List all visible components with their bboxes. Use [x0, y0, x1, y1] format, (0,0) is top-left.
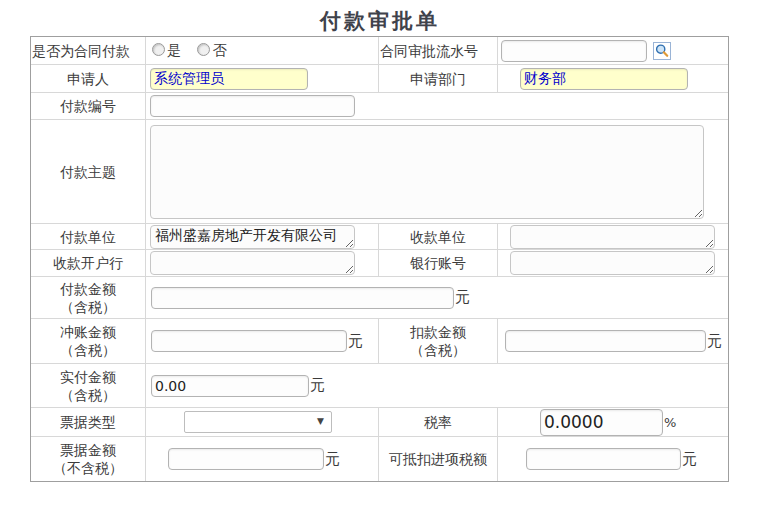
- tax-rate-label: 税率: [379, 408, 498, 437]
- payment-amount-cell: 元: [146, 277, 729, 319]
- actual-amount-label-line1: 实付金额: [31, 368, 145, 386]
- payment-no-cell: [146, 93, 729, 120]
- offset-amount-unit: 元: [348, 332, 363, 350]
- payee-bank-cell: [146, 250, 379, 277]
- radio-yes-icon[interactable]: [152, 43, 165, 56]
- payment-amount-label: 付款金额 （含税）: [31, 277, 146, 319]
- serial-no-label: 合同审批流水号: [379, 37, 498, 65]
- payee-bank-textarea[interactable]: [150, 251, 355, 275]
- offset-amount-cell: 元: [146, 319, 379, 364]
- contract-payment-options-cell: 是 否: [146, 37, 379, 65]
- bank-account-cell: [498, 250, 729, 277]
- department-label: 申请部门: [379, 65, 498, 93]
- offset-amount-label-line1: 冲账金额: [31, 323, 145, 341]
- radio-no-icon[interactable]: [197, 43, 210, 56]
- actual-amount-cell: 元: [146, 364, 729, 408]
- payment-no-input[interactable]: [150, 95, 355, 117]
- applicant-input[interactable]: [150, 68, 308, 90]
- radio-option-no[interactable]: 否: [197, 42, 226, 60]
- bank-account-textarea[interactable]: [510, 251, 715, 275]
- payment-approval-form: 是否为合同付款 是 否 合同审批流水号 申请人: [30, 36, 729, 482]
- tax-rate-input[interactable]: [540, 409, 663, 436]
- payment-amount-unit: 元: [455, 288, 470, 306]
- bill-type-label: 票据类型: [31, 408, 146, 437]
- page-title: 付款审批单: [0, 7, 760, 35]
- payer-cell: 福州盛嘉房地产开发有限公司: [146, 224, 379, 250]
- department-cell: [498, 65, 729, 93]
- contract-payment-label: 是否为合同付款: [31, 37, 146, 65]
- payer-textarea[interactable]: 福州盛嘉房地产开发有限公司: [150, 225, 355, 249]
- payee-bank-label: 收款开户行: [31, 250, 146, 277]
- bill-amount-unit: 元: [325, 450, 340, 468]
- deduction-amount-label-line1: 扣款金额: [379, 323, 497, 341]
- payee-label: 收款单位: [379, 224, 498, 250]
- payment-approval-page: 付款审批单 是否为合同付款 是 否 合同审批流水号: [0, 0, 760, 510]
- deduction-amount-label-line2: （含税）: [379, 341, 497, 359]
- deduction-amount-label: 扣款金额 （含税）: [379, 319, 498, 364]
- payee-textarea[interactable]: [510, 225, 715, 249]
- bill-amount-input[interactable]: [168, 448, 324, 470]
- payee-cell: [498, 224, 729, 250]
- radio-no-label: 否: [212, 42, 226, 58]
- offset-amount-label-line2: （含税）: [31, 341, 145, 359]
- payment-amount-label-line1: 付款金额: [31, 280, 145, 298]
- applicant-label: 申请人: [31, 65, 146, 93]
- deduction-amount-cell: 元: [498, 319, 729, 364]
- bill-amount-label-line1: 票据金额: [31, 441, 145, 459]
- tax-rate-unit: %: [664, 415, 676, 430]
- offset-amount-label: 冲账金额 （含税）: [31, 319, 146, 364]
- subject-textarea[interactable]: [150, 125, 704, 219]
- department-input[interactable]: [520, 68, 688, 90]
- payer-label: 付款单位: [31, 224, 146, 250]
- actual-amount-label: 实付金额 （含税）: [31, 364, 146, 408]
- bill-type-select[interactable]: ▼: [184, 411, 332, 433]
- deductible-tax-label: 可抵扣进项税额: [379, 437, 498, 482]
- subject-label: 付款主题: [31, 120, 146, 224]
- radio-option-yes[interactable]: 是: [152, 42, 181, 60]
- deductible-tax-input[interactable]: [526, 448, 681, 470]
- deduction-amount-input[interactable]: [505, 330, 706, 352]
- offset-amount-input[interactable]: [151, 330, 347, 352]
- dropdown-arrow-icon: ▼: [317, 416, 324, 426]
- payment-amount-label-line2: （含税）: [31, 298, 145, 316]
- radio-yes-label: 是: [167, 42, 181, 58]
- subject-cell: [146, 120, 729, 224]
- deductible-tax-unit: 元: [682, 450, 697, 468]
- payment-no-label: 付款编号: [31, 93, 146, 120]
- actual-amount-input[interactable]: [151, 375, 309, 397]
- search-icon[interactable]: [653, 42, 671, 60]
- deduction-amount-unit: 元: [707, 332, 722, 350]
- bill-amount-cell: 元: [146, 437, 379, 482]
- actual-amount-label-line2: （含税）: [31, 386, 145, 404]
- serial-no-cell: [498, 37, 729, 65]
- serial-no-input[interactable]: [501, 40, 647, 62]
- tax-rate-cell: %: [498, 408, 729, 437]
- bank-account-label: 银行账号: [379, 250, 498, 277]
- bill-type-cell: ▼: [146, 408, 379, 437]
- actual-amount-unit: 元: [310, 376, 325, 394]
- deductible-tax-cell: 元: [498, 437, 729, 482]
- bill-amount-label: 票据金额 （不含税）: [31, 437, 146, 482]
- applicant-cell: [146, 65, 379, 93]
- bill-amount-label-line2: （不含税）: [31, 459, 145, 477]
- payment-amount-input[interactable]: [151, 287, 454, 309]
